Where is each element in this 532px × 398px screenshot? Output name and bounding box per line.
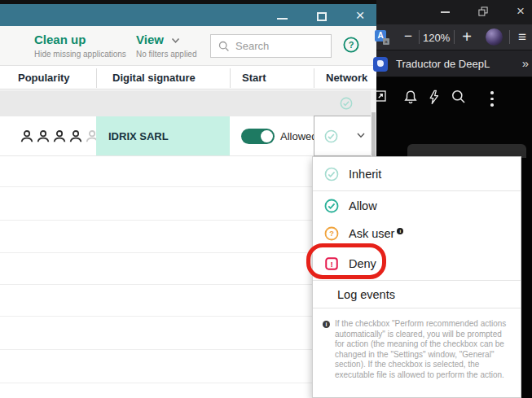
help-icon[interactable]: ? (343, 37, 359, 53)
menu-item-label: Allow (349, 199, 377, 212)
toolbar-divider (509, 30, 510, 44)
menu-icon[interactable]: ≡ (518, 28, 526, 47)
clean-up-button[interactable]: Clean up (34, 33, 86, 46)
deny-exclamation-square-icon: ! (324, 256, 339, 271)
table-row[interactable]: IDRIX SARL Allowed (0, 116, 371, 156)
zoom-level[interactable]: 120% (423, 32, 450, 44)
search-icon[interactable] (451, 89, 466, 104)
close-icon[interactable]: × (352, 7, 368, 24)
inherit-check-circle-icon (340, 97, 353, 110)
search-input[interactable] (235, 40, 321, 52)
allow-check-circle-icon (324, 199, 339, 213)
person-icon (52, 129, 67, 144)
clean-up-subtitle: Hide missing applications (34, 50, 126, 59)
browser-titlebar[interactable]: × (376, 0, 532, 24)
extension-icon[interactable] (486, 28, 503, 46)
menu-item-inherit[interactable]: Inherit (313, 157, 521, 190)
restore-icon[interactable] (477, 6, 489, 17)
deepl-icon[interactable] (373, 57, 388, 72)
toggle-knob (261, 130, 273, 142)
start-toggle-label: Allowed (280, 130, 318, 142)
column-header-network[interactable]: Network (326, 66, 367, 90)
popularity-rating (20, 129, 99, 144)
translate-sub-icon: a (383, 38, 389, 45)
menu-item-label: Deny (349, 257, 376, 270)
column-divider (230, 68, 231, 88)
menu-item-allow[interactable]: Allow (313, 191, 521, 220)
group-header-row[interactable] (0, 90, 376, 116)
inherit-check-circle-icon (324, 167, 339, 182)
bell-icon[interactable] (402, 89, 419, 106)
network-action-cell[interactable] (314, 116, 372, 156)
person-icon (36, 129, 51, 144)
deepl-title: Traductor de DeepL (396, 58, 490, 70)
expand-chevrons-icon[interactable]: » (522, 56, 529, 70)
toolbar-divider (419, 30, 420, 44)
menu-item-deny[interactable]: ! Deny (313, 247, 521, 280)
deepl-extension-bar: Traductor de DeepL » (376, 50, 532, 77)
screen: × Clean up Hide missing applications Vie… (0, 0, 532, 398)
column-divider (314, 68, 314, 88)
scrollbar-thumb[interactable] (372, 112, 376, 156)
digital-signature-cell[interactable]: IDRIX SARL (96, 116, 230, 155)
svg-text:!: ! (330, 259, 332, 268)
column-header-popularity[interactable]: Popularity (18, 66, 70, 90)
start-toggle[interactable] (241, 129, 275, 144)
column-header-digital-signature[interactable]: Digital signature (112, 66, 196, 90)
chevron-down-icon[interactable] (171, 37, 180, 44)
column-divider (96, 68, 97, 88)
app-titlebar[interactable]: × (0, 4, 376, 26)
chevron-down-icon (357, 133, 365, 138)
lightning-icon[interactable] (426, 89, 442, 106)
info-icon: i (323, 321, 330, 328)
column-header-start[interactable]: Start (242, 66, 266, 90)
kebab-menu-icon[interactable] (490, 91, 494, 110)
svg-text:?: ? (349, 40, 354, 50)
menu-item-label: Inherit (349, 168, 381, 181)
browser-toolbar: A a − 120% + ≡ (376, 24, 532, 50)
ask-question-circle-icon: ? (324, 226, 339, 241)
view-menu-button[interactable]: View (136, 33, 164, 46)
zoom-in-button[interactable]: + (459, 27, 475, 46)
menu-item-label: Log events (337, 288, 395, 301)
share-icon[interactable] (373, 89, 388, 103)
maximize-icon[interactable] (317, 12, 327, 21)
menu-item-log-events[interactable]: Log events (313, 281, 521, 308)
info-superscript-icon: i (397, 228, 403, 234)
inherit-check-circle-icon (324, 129, 338, 143)
app-toolbar: Clean up Hide missing applications View … (0, 26, 376, 65)
view-subtitle: No filters applied (136, 50, 196, 59)
svg-text:?: ? (329, 230, 334, 238)
dropdown-info-note: i If the checkbox "Perform recommended a… (313, 308, 521, 381)
minimize-icon[interactable] (277, 18, 288, 20)
menu-item-label: Ask useri (349, 227, 403, 240)
person-icon (20, 129, 34, 144)
person-icon (68, 129, 83, 144)
table-header: Popularity Digital signature Start Netwo… (0, 65, 376, 90)
signature-name: IDRIX SARL (108, 130, 169, 142)
toolbar-divider (454, 30, 455, 44)
info-note-text: If the checkbox "Perform recommended act… (335, 319, 509, 381)
minimize-icon[interactable] (441, 11, 450, 13)
search-icon (218, 41, 230, 52)
close-icon[interactable]: × (513, 2, 528, 20)
menu-item-ask-user[interactable]: ? Ask useri (313, 220, 521, 247)
search-box[interactable] (210, 34, 332, 58)
network-action-dropdown: Inherit Allow ? Ask useri ! Deny Log eve… (312, 156, 521, 398)
zoom-out-button[interactable]: − (401, 28, 415, 46)
